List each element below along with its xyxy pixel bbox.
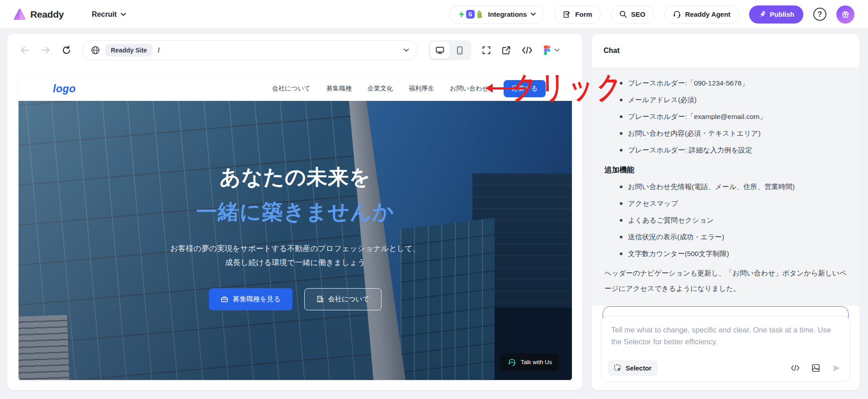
shopify-bag-icon [476, 10, 483, 19]
brand: Readdy [14, 8, 64, 20]
brand-name: Readdy [30, 9, 64, 20]
fullscreen-button[interactable] [482, 46, 491, 55]
zap-bolt-icon [458, 10, 465, 19]
chat-closing-paragraph: ヘッダーのナビゲーションも更新し、「お問い合わせ」ボタンから新しいページにアクセ… [604, 266, 847, 296]
list-item: プレースホルダー:「090-1234-5678」 [592, 75, 859, 91]
project-name: Recruit [92, 10, 117, 19]
list-item: メールアドレス(必須) [592, 91, 859, 108]
chevron-down-icon [531, 13, 536, 16]
url-path: / [158, 47, 160, 54]
chevron-down-icon [554, 48, 560, 52]
form-icon [563, 10, 571, 19]
publish-button[interactable]: Publish [749, 5, 803, 24]
chat-panel: Chat プレースホルダー:「090-1234-5678」 メールアドレス(必須… [591, 33, 860, 390]
chevron-down-icon [121, 13, 126, 16]
top-bar: Readdy Recruit S Integrations [0, 0, 868, 29]
site-nav-culture[interactable]: 企業文化 [368, 85, 393, 93]
chat-title: Chat [592, 33, 859, 68]
chat-input-card: Selector [601, 316, 850, 382]
app-root: Readdy Recruit S Integrations [0, 0, 868, 399]
headset-icon [508, 358, 516, 366]
hero-section: あなたの未来を 一緒に築きませんか お客様の夢の実現をサポートする不動産のプロフ… [19, 101, 572, 380]
seo-label: SEO [631, 10, 646, 18]
site-logo[interactable]: logo [53, 83, 76, 95]
talk-with-us-widget[interactable]: Talk with Us [500, 353, 559, 371]
integrations-label: Integrations [488, 10, 527, 18]
list-item: 文字数カウンター(500文字制限) [592, 245, 859, 262]
readdy-logo-icon [14, 8, 26, 20]
project-switcher[interactable]: Recruit [92, 10, 126, 19]
chevron-down-icon [403, 48, 409, 52]
chat-message-area: プレースホルダー:「090-1234-5678」 メールアドレス(必須) プレー… [592, 68, 859, 306]
chat-section-heading: 追加機能 [604, 165, 847, 175]
code-view-button[interactable] [522, 46, 533, 54]
back-button[interactable] [20, 46, 30, 55]
list-item: お問い合わせ内容(必須・テキストエリア) [592, 125, 859, 142]
figma-icon [543, 45, 551, 55]
hero-desc-line2: 成長し続ける環境で一緒に働きましょう [19, 256, 572, 270]
site-badge: Readdy Site [105, 44, 152, 57]
device-toggle [429, 40, 471, 60]
site-nav-links: 会社について 募集職種 企業文化 福利厚生 お問い合わせ [272, 85, 489, 93]
chat-bullet-list-top: プレースホルダー:「090-1234-5678」 メールアドレス(必須) プレー… [592, 75, 859, 158]
site-nav-about[interactable]: 会社について [272, 85, 311, 93]
preview-toolbar: Readdy Site / [7, 33, 582, 67]
site-nav-jobs[interactable]: 募集職種 [326, 85, 352, 93]
url-bar[interactable]: Readdy Site / [82, 40, 418, 60]
figma-export-dropdown[interactable] [543, 45, 560, 55]
globe-icon [91, 46, 100, 55]
open-external-button[interactable] [502, 46, 511, 55]
hero-description: お客様の夢の実現をサポートする不動産のプロフェッショナルとして、 成長し続ける環… [19, 242, 572, 270]
site-nav-benefits[interactable]: 福利厚生 [409, 85, 434, 93]
chat-bullet-list-features: お問い合わせ先情報(電話、メール、住所、営業時間) アクセスマップ よくあるご質… [592, 178, 859, 262]
list-item: よくあるご質問セクション [592, 212, 859, 228]
hero-cta-row: 募集職種を見る 会社について [19, 288, 572, 310]
hero-title-line1: あなたの未来を [19, 163, 572, 191]
integrations-button[interactable]: S Integrations [449, 5, 545, 24]
site-preview: logo 会社について 募集職種 企業文化 福利厚生 お問い合わせ 応募する [19, 76, 572, 380]
seo-button[interactable]: SEO [611, 5, 654, 24]
about-company-label: 会社について [328, 295, 369, 304]
briefcase-icon [221, 295, 228, 303]
list-item: プレースホルダー:「example@email.com」 [592, 108, 859, 125]
rocket-icon [758, 10, 766, 18]
topbar-actions: S Integrations Form [449, 5, 855, 24]
insert-code-button[interactable] [791, 365, 800, 371]
selector-button[interactable]: Selector [608, 360, 658, 376]
headset-icon [673, 10, 681, 19]
about-company-button[interactable]: 会社について [304, 288, 382, 310]
hero-desc-line1: お客様の夢の実現をサポートする不動産のプロフェッショナルとして、 [19, 242, 572, 256]
reload-button[interactable] [61, 45, 71, 55]
help-button[interactable]: ? [813, 8, 826, 21]
desktop-view-button[interactable] [430, 42, 450, 59]
chat-input-toolbar: Selector [608, 360, 841, 376]
chat-input-icons [791, 364, 841, 372]
search-icon [619, 10, 627, 18]
form-label: Form [575, 10, 592, 18]
view-jobs-button[interactable]: 募集職種を見る [209, 288, 292, 310]
question-mark-icon: ? [818, 10, 822, 19]
mobile-view-button[interactable] [450, 42, 470, 59]
gift-icon [841, 10, 849, 19]
talk-with-us-label: Talk with Us [521, 359, 552, 366]
stripe-icon: S [466, 10, 475, 19]
gift-avatar-button[interactable] [836, 5, 854, 24]
attach-image-button[interactable] [811, 364, 820, 372]
click-annotation-text: クリック [513, 67, 625, 108]
hero-content: あなたの未来を 一緒に築きませんか お客様の夢の実現をサポートする不動産のプロフ… [19, 163, 572, 310]
form-button[interactable]: Form [554, 5, 601, 24]
list-item: アクセスマップ [592, 195, 859, 212]
chat-input[interactable] [601, 316, 850, 354]
readdy-agent-button[interactable]: Readdy Agent [664, 5, 739, 24]
forward-button[interactable] [41, 46, 51, 55]
view-jobs-label: 募集職種を見る [233, 295, 281, 304]
selector-label: Selector [626, 365, 651, 372]
integration-service-icons: S [458, 10, 484, 19]
send-button[interactable] [832, 364, 841, 372]
list-item: プレースホルダー: 詳細な入力例を設定 [592, 142, 859, 158]
readdy-agent-label: Readdy Agent [685, 10, 731, 18]
publish-label: Publish [770, 10, 794, 18]
preview-panel: Readdy Site / [7, 33, 583, 390]
hero-title-line2: 一緒に築きませんか [19, 198, 572, 226]
list-item: お問い合わせ先情報(電話、メール、住所、営業時間) [592, 178, 859, 195]
